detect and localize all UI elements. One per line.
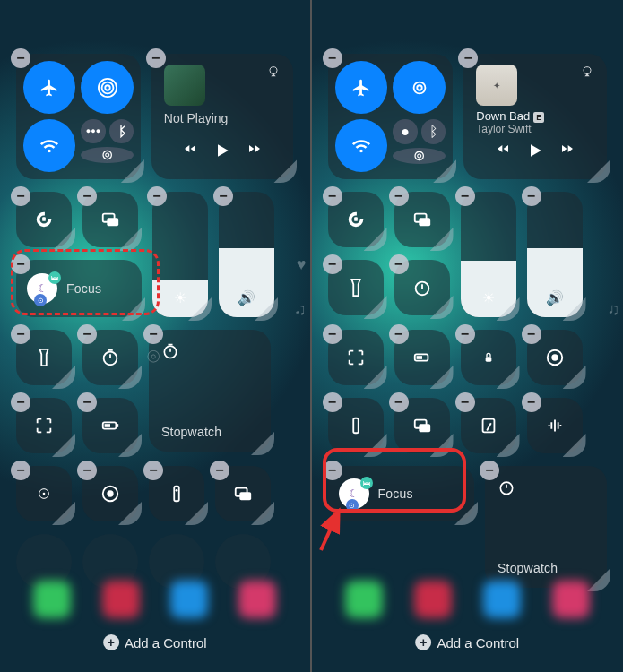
volume-slider[interactable]: − 🔊: [219, 192, 274, 317]
wifi-toggle[interactable]: [23, 119, 75, 172]
resize-handle[interactable]: [430, 228, 454, 251]
record-button[interactable]: −: [82, 466, 138, 521]
remove-icon[interactable]: −: [522, 392, 541, 412]
resize-handle[interactable]: [118, 228, 142, 251]
orientation-lock-button[interactable]: −: [16, 192, 72, 247]
remove-icon[interactable]: −: [458, 48, 478, 68]
brightness-slider[interactable]: − ☀: [461, 192, 516, 317]
remove-icon[interactable]: −: [11, 254, 30, 274]
flashlight-button[interactable]: −: [328, 260, 384, 315]
notes-button[interactable]: −: [461, 398, 516, 453]
resize-handle[interactable]: [118, 434, 142, 457]
brightness-slider[interactable]: − ☀: [152, 192, 208, 317]
low-power-button[interactable]: −: [394, 330, 450, 385]
remove-icon[interactable]: −: [213, 186, 233, 206]
add-control-button[interactable]: + Add a Control: [415, 634, 519, 650]
orientation-lock-button[interactable]: −: [328, 192, 384, 247]
remove-icon[interactable]: −: [77, 392, 97, 412]
remove-icon[interactable]: −: [323, 254, 342, 274]
rewind-icon[interactable]: [183, 142, 197, 163]
add-control-button[interactable]: + Add a Control: [103, 634, 207, 650]
resize-handle[interactable]: [52, 366, 75, 389]
airdrop-toggle[interactable]: [393, 61, 446, 114]
rewind-icon[interactable]: [496, 142, 510, 163]
resize-handle[interactable]: [118, 366, 142, 389]
airplane-toggle[interactable]: [23, 61, 75, 114]
mirror-button[interactable]: −: [215, 466, 271, 521]
resize-handle[interactable]: [364, 228, 387, 251]
remove-icon[interactable]: −: [522, 324, 541, 344]
resize-handle[interactable]: [454, 502, 478, 525]
remove-icon[interactable]: −: [455, 392, 475, 412]
resize-handle[interactable]: [497, 434, 520, 457]
remove-icon[interactable]: −: [323, 461, 342, 480]
resize-handle[interactable]: [251, 502, 274, 525]
forward-icon[interactable]: [560, 142, 575, 163]
media-module[interactable]: − Not Playing: [151, 54, 294, 179]
remove-icon[interactable]: −: [323, 186, 342, 206]
remove-icon[interactable]: −: [480, 461, 499, 480]
connectivity-module[interactable]: − ●●● ⊚: [16, 54, 141, 179]
wallet-button[interactable]: −: [16, 466, 72, 521]
mirror2-button[interactable]: −: [394, 398, 450, 453]
scan-button[interactable]: −: [16, 398, 72, 453]
volume-slider[interactable]: − 🔊: [527, 192, 583, 317]
screen-mirroring-button[interactable]: −: [82, 192, 138, 247]
scan-button[interactable]: −: [328, 330, 384, 385]
low-power-button[interactable]: −: [82, 398, 138, 453]
remove-icon[interactable]: −: [11, 186, 30, 206]
remove-icon[interactable]: −: [210, 461, 229, 480]
play-icon[interactable]: [526, 142, 544, 163]
airplay-icon[interactable]: [580, 65, 594, 82]
connectivity-module[interactable]: − ● ᛒ ⊚: [328, 54, 454, 179]
resize-handle[interactable]: [52, 502, 75, 525]
resize-handle[interactable]: [52, 228, 75, 251]
remove-icon[interactable]: −: [522, 186, 541, 206]
remove-icon[interactable]: −: [143, 324, 163, 344]
resize-handle[interactable]: [563, 366, 586, 389]
flashlight-button[interactable]: −: [16, 330, 72, 385]
airplane-toggle[interactable]: [335, 61, 388, 114]
remove-icon[interactable]: −: [11, 392, 30, 412]
stopwatch-module[interactable]: − Stopwatch: [149, 330, 271, 452]
remote-button[interactable]: −: [149, 466, 204, 521]
media-module[interactable]: − ✦ Down BadE Taylor Swift: [463, 54, 607, 179]
resize-handle[interactable]: [430, 434, 454, 457]
remove-icon[interactable]: −: [389, 324, 409, 344]
screen-mirroring-button[interactable]: −: [394, 192, 450, 247]
remove-icon[interactable]: −: [389, 186, 409, 206]
remote-button[interactable]: −: [328, 398, 384, 453]
resize-handle[interactable]: [118, 502, 142, 525]
remove-icon[interactable]: −: [11, 461, 30, 480]
focus-module[interactable]: − ☾ 🛏 ⊙ Focus: [16, 260, 142, 317]
focus-module[interactable]: − ☾ 🛏 ⊙ Focus: [328, 466, 475, 521]
remove-icon[interactable]: −: [389, 392, 409, 412]
timer-button[interactable]: −: [82, 330, 138, 385]
resize-handle[interactable]: [122, 297, 145, 321]
remove-icon[interactable]: −: [77, 324, 97, 344]
resize-handle[interactable]: [364, 296, 387, 319]
hotspot-toggle[interactable]: ⊚: [393, 148, 446, 164]
resize-handle[interactable]: [430, 296, 454, 319]
resize-handle[interactable]: [52, 434, 75, 457]
remove-icon[interactable]: −: [455, 324, 475, 344]
cellular-toggle[interactable]: ●●●: [81, 119, 105, 143]
timer-button[interactable]: −: [394, 260, 450, 315]
remove-icon[interactable]: −: [389, 254, 409, 274]
remove-icon[interactable]: −: [11, 324, 30, 344]
sound-recognition-button[interactable]: −: [527, 398, 583, 453]
remove-icon[interactable]: −: [147, 186, 167, 206]
resize-handle[interactable]: [497, 366, 520, 389]
remove-icon[interactable]: −: [323, 392, 342, 412]
resize-handle[interactable]: [185, 502, 208, 525]
remove-icon[interactable]: −: [77, 186, 97, 206]
bluetooth-toggle[interactable]: [109, 119, 134, 143]
stopwatch-module[interactable]: − Stopwatch: [485, 466, 607, 588]
remove-icon[interactable]: −: [323, 48, 342, 68]
airplay-icon[interactable]: [266, 65, 281, 82]
record-button[interactable]: −: [527, 330, 583, 385]
remove-icon[interactable]: −: [323, 324, 342, 344]
play-icon[interactable]: [213, 142, 231, 163]
resize-handle[interactable]: [563, 434, 586, 457]
remove-icon[interactable]: −: [146, 48, 166, 68]
